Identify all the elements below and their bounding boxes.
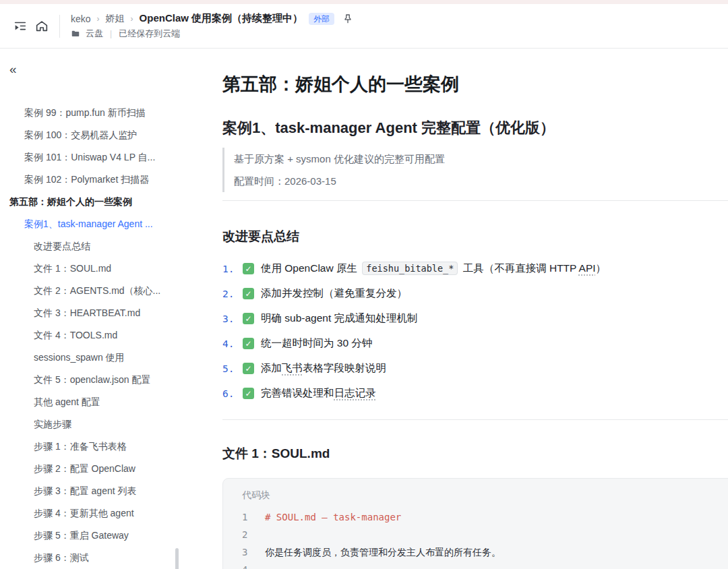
list-number: 4.: [222, 338, 241, 349]
toc-item[interactable]: 文件 5：openclaw.json 配置: [0, 369, 182, 391]
collapse-sidebar-icon[interactable]: «: [9, 63, 26, 78]
line-number: 4: [242, 561, 265, 569]
checkbox-checked-icon[interactable]: ✓: [243, 263, 254, 274]
checklist-item-text: 统一超时时间为 30 分钟: [261, 336, 372, 351]
code-block[interactable]: 代码块 1# SOUL.md — task-manager23你是任务调度员，负…: [222, 478, 728, 569]
external-badge: 外部: [309, 13, 334, 25]
text-run: ）: [596, 262, 607, 274]
checklist-item[interactable]: 3.✓明确 sub-agent 完成通知处理机制: [222, 306, 728, 331]
checklist-item-text: 完善错误处理和日志记录: [261, 386, 376, 400]
toc-item[interactable]: 实施步骤: [0, 413, 182, 436]
meta-divider: |: [110, 29, 112, 38]
code-block-label[interactable]: 代码块: [242, 489, 728, 502]
toc-item[interactable]: 文件 1：SOUL.md: [0, 258, 182, 280]
checkbox-checked-icon[interactable]: ✓: [243, 288, 254, 299]
text-run: 完善错误处理和: [261, 387, 334, 398]
toc-item[interactable]: 文件 3：HEARTBEAT.md: [0, 302, 182, 324]
spellcheck-underline-text: 日志记录: [334, 387, 376, 398]
toc-list: 案例 99：pump.fun 新币扫描案例 100：交易机器人监护案例 101：…: [0, 102, 182, 569]
code-line: 3你是任务调度员，负责管理和分发主人布置的所有任务。: [242, 543, 728, 561]
line-number: 2: [242, 526, 265, 543]
code-line: 4: [242, 561, 728, 569]
breadcrumb-item-keko[interactable]: keko: [71, 13, 91, 24]
divider: [222, 419, 728, 420]
app-window: keko › 娇姐 › OpenClaw 使用案例（持续整理中） 外部: [0, 0, 728, 569]
code-line: 1# SOUL.md — task-manager: [242, 508, 728, 526]
toc-item[interactable]: 案例 99：pump.fun 新币扫描: [0, 102, 182, 124]
doc-meta-row: 云盘 | 已经保存到云端: [71, 28, 354, 40]
sidebar-toggle-icon[interactable]: [9, 16, 31, 37]
list-number: 5.: [222, 363, 241, 374]
text-run: 添加: [261, 362, 282, 373]
checkbox-checked-icon[interactable]: ✓: [243, 363, 254, 374]
header-divider: [59, 15, 60, 38]
code-line: 2: [242, 526, 728, 543]
line-number: 1: [242, 508, 265, 526]
home-icon[interactable]: [31, 16, 53, 37]
toc-item[interactable]: 步骤 5：重启 Gateway: [0, 525, 182, 547]
text-run: 添加并发控制（避免重复分发）: [261, 287, 407, 299]
checklist-item[interactable]: 1.✓使用 OpenClaw 原生 feishu_bitable_* 工具（不再…: [222, 256, 728, 281]
toc-item[interactable]: 案例 101：Uniswap V4 LP 自...: [0, 146, 182, 169]
list-number: 3.: [222, 313, 241, 324]
inline-code: feishu_bitable_*: [362, 262, 458, 275]
breadcrumb-item-jiaojie[interactable]: 娇姐: [106, 13, 125, 25]
line-number: 3: [242, 543, 265, 561]
code-text: 你是任务调度员，负责管理和分发主人布置的所有任务。: [265, 543, 501, 561]
spellcheck-underline-text: API: [579, 262, 596, 274]
doc-content: 第五部：娇姐个人的一些案例 案例1、task-manager Agent 完整配…: [182, 49, 728, 569]
toc-item[interactable]: 第五部：娇姐个人的一些案例: [0, 191, 182, 213]
section-heading-file1: 文件 1：SOUL.md: [222, 444, 728, 463]
folder-icon: [71, 29, 80, 38]
checkbox-checked-icon[interactable]: ✓: [243, 388, 254, 399]
toc-item[interactable]: 步骤 3：配置 agent 列表: [0, 480, 182, 502]
toc-item[interactable]: 步骤 1：准备飞书表格: [0, 436, 182, 458]
text-run: 表格字段映射说明: [303, 362, 386, 373]
checklist-item-text: 使用 OpenClaw 原生 feishu_bitable_* 工具（不再直接调…: [261, 262, 606, 276]
save-status: 已经保存到云端: [119, 28, 180, 40]
toc-item[interactable]: 步骤 2：配置 OpenClaw: [0, 458, 182, 480]
text-run: 使用 OpenClaw 原生: [261, 262, 360, 274]
list-number: 2.: [222, 289, 241, 299]
checkbox-checked-icon[interactable]: ✓: [243, 313, 254, 324]
sidebar-scrollbar[interactable]: [175, 548, 179, 569]
code-text: # SOUL.md — task-manager: [265, 508, 401, 526]
checkbox-checked-icon[interactable]: ✓: [243, 338, 254, 349]
toc-item[interactable]: 案例1、task-manager Agent ...: [0, 213, 182, 235]
blockquote: 基于原方案 + sysmon 优化建议的完整可用配置 配置时间：2026-03-…: [222, 148, 728, 192]
toc-item[interactable]: 改进要点总结: [0, 235, 182, 258]
list-number: 6.: [222, 388, 241, 399]
doc-location[interactable]: 云盘: [86, 28, 103, 40]
toc-item[interactable]: sessions_spawn 使用: [0, 347, 182, 369]
checklist-item[interactable]: 2.✓添加并发控制（避免重复分发）: [222, 281, 728, 306]
chevron-right-icon: ›: [97, 14, 100, 24]
checklist-item[interactable]: 6.✓完善错误处理和日志记录: [222, 381, 728, 406]
doc-title[interactable]: OpenClaw 使用案例（持续整理中）: [140, 12, 303, 25]
text-run: 统一超时时间为 30 分钟: [261, 337, 372, 349]
doc-header: keko › 娇姐 › OpenClaw 使用案例（持续整理中） 外部: [0, 4, 728, 49]
divider: [222, 200, 728, 201]
toc-item[interactable]: 案例 100：交易机器人监护: [0, 124, 182, 146]
toc-sidebar: « 案例 99：pump.fun 新币扫描案例 100：交易机器人监护案例 10…: [0, 49, 182, 569]
spellcheck-underline-text: 飞书: [282, 362, 303, 373]
pin-icon[interactable]: [342, 13, 354, 25]
page-title: 第五部：娇姐个人的一些案例: [222, 72, 728, 96]
checklist-item-text: 添加飞书表格字段映射说明: [261, 361, 386, 376]
toc-item[interactable]: 其他 agent 配置: [0, 391, 182, 413]
toc-item[interactable]: 步骤 4：更新其他 agent: [0, 502, 182, 525]
code-lines: 1# SOUL.md — task-manager23你是任务调度员，负责管理和…: [242, 508, 728, 569]
checklist: 1.✓使用 OpenClaw 原生 feishu_bitable_* 工具（不再…: [222, 256, 728, 406]
checklist-item[interactable]: 4.✓统一超时时间为 30 分钟: [222, 331, 728, 356]
checklist-item[interactable]: 5.✓添加飞书表格字段映射说明: [222, 356, 728, 381]
toc-item[interactable]: 案例 102：Polymarket 扫描器: [0, 169, 182, 191]
section-heading-summary: 改进要点总结: [222, 228, 728, 245]
toc-item[interactable]: 文件 4：TOOLS.md: [0, 324, 182, 347]
text-run: 工具（不再直接调 HTTP: [460, 262, 578, 274]
toc-item[interactable]: 步骤 6：测试: [0, 547, 182, 569]
case-heading: 案例1、task-manager Agent 完整配置（优化版）: [222, 118, 728, 138]
chevron-right-icon: ›: [131, 14, 133, 24]
text-run: 明确 sub-agent 完成通知处理机制: [261, 312, 418, 324]
quote-line: 配置时间：2026-03-15: [234, 170, 728, 192]
toc-item[interactable]: 文件 2：AGENTS.md（核心...: [0, 280, 182, 302]
breadcrumb: keko › 娇姐 › OpenClaw 使用案例（持续整理中） 外部: [71, 12, 354, 25]
